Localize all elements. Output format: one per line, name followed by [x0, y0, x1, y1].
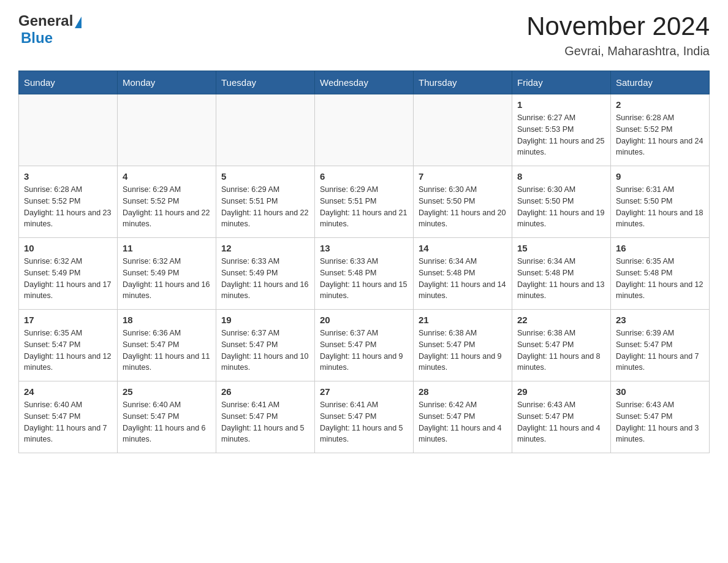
calendar-cell: 30Sunrise: 6:43 AM Sunset: 5:47 PM Dayli… [611, 381, 710, 453]
header-right: November 2024 Gevrai, Maharashtra, India [526, 12, 710, 58]
day-number: 28 [419, 386, 507, 397]
day-number: 19 [221, 315, 309, 325]
day-info: Sunrise: 6:29 AM Sunset: 5:51 PM Dayligh… [221, 184, 309, 230]
day-info: Sunrise: 6:35 AM Sunset: 5:48 PM Dayligh… [616, 256, 704, 302]
day-number: 11 [123, 243, 211, 253]
day-number: 10 [24, 243, 112, 253]
calendar-cell: 16Sunrise: 6:35 AM Sunset: 5:48 PM Dayli… [611, 238, 710, 310]
day-info: Sunrise: 6:33 AM Sunset: 5:49 PM Dayligh… [221, 256, 309, 302]
day-number: 23 [616, 315, 704, 325]
calendar-week-1: 1Sunrise: 6:27 AM Sunset: 5:53 PM Daylig… [19, 94, 710, 166]
day-number: 16 [616, 243, 704, 253]
day-info: Sunrise: 6:29 AM Sunset: 5:52 PM Dayligh… [123, 184, 211, 230]
day-info: Sunrise: 6:37 AM Sunset: 5:47 PM Dayligh… [221, 327, 309, 373]
day-info: Sunrise: 6:34 AM Sunset: 5:48 PM Dayligh… [517, 256, 605, 302]
day-info: Sunrise: 6:41 AM Sunset: 5:47 PM Dayligh… [320, 399, 408, 445]
calendar-header-thursday: Thursday [414, 71, 512, 94]
logo-blue-text: Blue [21, 29, 53, 46]
day-number: 20 [320, 315, 408, 325]
day-info: Sunrise: 6:29 AM Sunset: 5:51 PM Dayligh… [320, 184, 408, 230]
day-info: Sunrise: 6:40 AM Sunset: 5:47 PM Dayligh… [24, 399, 112, 445]
day-info: Sunrise: 6:39 AM Sunset: 5:47 PM Dayligh… [616, 327, 704, 373]
calendar-cell: 25Sunrise: 6:40 AM Sunset: 5:47 PM Dayli… [118, 381, 216, 453]
calendar-cell: 2Sunrise: 6:28 AM Sunset: 5:52 PM Daylig… [611, 94, 710, 166]
calendar-cell: 21Sunrise: 6:38 AM Sunset: 5:47 PM Dayli… [414, 310, 512, 381]
day-info: Sunrise: 6:43 AM Sunset: 5:47 PM Dayligh… [517, 399, 605, 445]
calendar-header-sunday: Sunday [19, 71, 118, 94]
day-number: 15 [517, 243, 605, 253]
calendar-cell: 5Sunrise: 6:29 AM Sunset: 5:51 PM Daylig… [216, 166, 315, 238]
day-number: 22 [517, 315, 605, 325]
day-info: Sunrise: 6:42 AM Sunset: 5:47 PM Dayligh… [419, 399, 507, 445]
calendar-header-tuesday: Tuesday [216, 71, 315, 94]
calendar-cell: 17Sunrise: 6:35 AM Sunset: 5:47 PM Dayli… [19, 310, 118, 381]
logo-general-text: General [18, 12, 73, 29]
calendar-cell: 23Sunrise: 6:39 AM Sunset: 5:47 PM Dayli… [611, 310, 710, 381]
day-number: 8 [517, 171, 605, 182]
calendar-cell: 8Sunrise: 6:30 AM Sunset: 5:50 PM Daylig… [512, 166, 611, 238]
day-info: Sunrise: 6:38 AM Sunset: 5:47 PM Dayligh… [419, 327, 507, 373]
calendar-week-4: 17Sunrise: 6:35 AM Sunset: 5:47 PM Dayli… [19, 310, 710, 381]
calendar-cell: 18Sunrise: 6:36 AM Sunset: 5:47 PM Dayli… [118, 310, 216, 381]
day-number: 21 [419, 315, 507, 325]
day-number: 29 [517, 386, 605, 397]
day-number: 12 [221, 243, 309, 253]
calendar-cell: 28Sunrise: 6:42 AM Sunset: 5:47 PM Dayli… [414, 381, 512, 453]
calendar-cell: 15Sunrise: 6:34 AM Sunset: 5:48 PM Dayli… [512, 238, 611, 310]
day-info: Sunrise: 6:30 AM Sunset: 5:50 PM Dayligh… [517, 184, 605, 230]
calendar-cell: 1Sunrise: 6:27 AM Sunset: 5:53 PM Daylig… [512, 94, 611, 166]
day-number: 14 [419, 243, 507, 253]
day-number: 17 [24, 315, 112, 325]
calendar-cell [19, 94, 118, 166]
calendar-header-monday: Monday [118, 71, 216, 94]
calendar-cell: 6Sunrise: 6:29 AM Sunset: 5:51 PM Daylig… [315, 166, 414, 238]
calendar-header-wednesday: Wednesday [315, 71, 414, 94]
day-number: 3 [24, 171, 112, 182]
calendar-cell: 26Sunrise: 6:41 AM Sunset: 5:47 PM Dayli… [216, 381, 315, 453]
day-number: 7 [419, 171, 507, 182]
day-number: 5 [221, 171, 309, 182]
day-number: 4 [123, 171, 211, 182]
day-info: Sunrise: 6:35 AM Sunset: 5:47 PM Dayligh… [24, 327, 112, 373]
day-number: 30 [616, 386, 704, 397]
day-info: Sunrise: 6:43 AM Sunset: 5:47 PM Dayligh… [616, 399, 704, 445]
calendar-cell: 4Sunrise: 6:29 AM Sunset: 5:52 PM Daylig… [118, 166, 216, 238]
day-number: 1 [517, 99, 605, 110]
day-number: 24 [24, 386, 112, 397]
calendar-header-friday: Friday [512, 71, 611, 94]
day-info: Sunrise: 6:34 AM Sunset: 5:48 PM Dayligh… [419, 256, 507, 302]
day-info: Sunrise: 6:38 AM Sunset: 5:47 PM Dayligh… [517, 327, 605, 373]
calendar-cell: 11Sunrise: 6:32 AM Sunset: 5:49 PM Dayli… [118, 238, 216, 310]
day-number: 26 [221, 386, 309, 397]
day-number: 9 [616, 171, 704, 182]
calendar-cell [414, 94, 512, 166]
calendar-cell: 29Sunrise: 6:43 AM Sunset: 5:47 PM Dayli… [512, 381, 611, 453]
calendar-cell: 19Sunrise: 6:37 AM Sunset: 5:47 PM Dayli… [216, 310, 315, 381]
day-info: Sunrise: 6:28 AM Sunset: 5:52 PM Dayligh… [24, 184, 112, 230]
calendar-cell [216, 94, 315, 166]
location: Gevrai, Maharashtra, India [526, 44, 710, 58]
calendar-week-5: 24Sunrise: 6:40 AM Sunset: 5:47 PM Dayli… [19, 381, 710, 453]
day-info: Sunrise: 6:30 AM Sunset: 5:50 PM Dayligh… [419, 184, 507, 230]
day-number: 18 [123, 315, 211, 325]
calendar-cell: 9Sunrise: 6:31 AM Sunset: 5:50 PM Daylig… [611, 166, 710, 238]
day-info: Sunrise: 6:32 AM Sunset: 5:49 PM Dayligh… [24, 256, 112, 302]
calendar-cell: 14Sunrise: 6:34 AM Sunset: 5:48 PM Dayli… [414, 238, 512, 310]
month-title: November 2024 [526, 12, 710, 40]
day-info: Sunrise: 6:33 AM Sunset: 5:48 PM Dayligh… [320, 256, 408, 302]
logo-triangle-icon [75, 17, 82, 28]
day-info: Sunrise: 6:37 AM Sunset: 5:47 PM Dayligh… [320, 327, 408, 373]
logo: General Blue [18, 12, 82, 47]
day-number: 6 [320, 171, 408, 182]
calendar-cell: 22Sunrise: 6:38 AM Sunset: 5:47 PM Dayli… [512, 310, 611, 381]
day-number: 27 [320, 386, 408, 397]
day-info: Sunrise: 6:41 AM Sunset: 5:47 PM Dayligh… [221, 399, 309, 445]
calendar-cell: 13Sunrise: 6:33 AM Sunset: 5:48 PM Dayli… [315, 238, 414, 310]
calendar-cell: 24Sunrise: 6:40 AM Sunset: 5:47 PM Dayli… [19, 381, 118, 453]
day-info: Sunrise: 6:31 AM Sunset: 5:50 PM Dayligh… [616, 184, 704, 230]
day-number: 25 [123, 386, 211, 397]
calendar-cell: 10Sunrise: 6:32 AM Sunset: 5:49 PM Dayli… [19, 238, 118, 310]
day-info: Sunrise: 6:32 AM Sunset: 5:49 PM Dayligh… [123, 256, 211, 302]
calendar-cell [315, 94, 414, 166]
page-header: General Blue November 2024 Gevrai, Mahar… [18, 12, 710, 58]
